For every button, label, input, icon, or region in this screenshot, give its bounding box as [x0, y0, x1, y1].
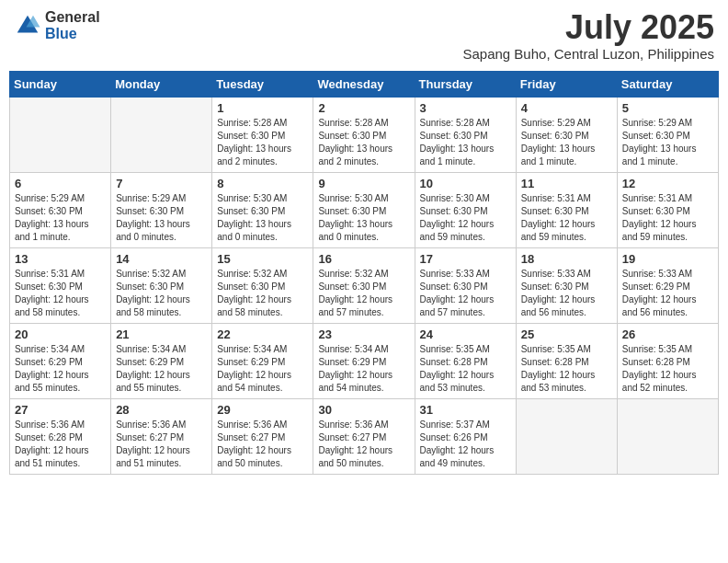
calendar-cell: 9Sunrise: 5:30 AMSunset: 6:30 PMDaylight…	[313, 172, 415, 247]
day-info: Sunrise: 5:36 AMSunset: 6:28 PMDaylight:…	[15, 419, 106, 470]
day-info: Sunrise: 5:30 AMSunset: 6:30 PMDaylight:…	[420, 192, 511, 244]
calendar-cell: 21Sunrise: 5:34 AMSunset: 6:29 PMDayligh…	[111, 323, 212, 398]
day-number: 29	[217, 403, 308, 417]
day-number: 21	[116, 327, 207, 341]
calendar-week-row: 27Sunrise: 5:36 AMSunset: 6:28 PMDayligh…	[10, 398, 719, 474]
weekday-header: Sunday	[10, 71, 111, 97]
day-info: Sunrise: 5:37 AMSunset: 6:26 PMDaylight:…	[420, 419, 511, 470]
calendar-cell: 20Sunrise: 5:34 AMSunset: 6:29 PMDayligh…	[10, 323, 111, 398]
calendar-cell: 14Sunrise: 5:32 AMSunset: 6:30 PMDayligh…	[111, 247, 212, 323]
day-number: 26	[622, 327, 713, 341]
day-info: Sunrise: 5:34 AMSunset: 6:29 PMDaylight:…	[15, 343, 106, 395]
day-info: Sunrise: 5:32 AMSunset: 6:30 PMDaylight:…	[318, 268, 409, 319]
day-number: 11	[521, 177, 612, 190]
day-number: 5	[622, 101, 713, 115]
calendar-cell	[617, 398, 718, 474]
day-info: Sunrise: 5:34 AMSunset: 6:29 PMDaylight:…	[116, 343, 207, 395]
calendar-cell: 6Sunrise: 5:29 AMSunset: 6:30 PMDaylight…	[10, 172, 111, 247]
calendar-cell: 5Sunrise: 5:29 AMSunset: 6:30 PMDaylight…	[617, 97, 718, 172]
calendar-cell: 31Sunrise: 5:37 AMSunset: 6:26 PMDayligh…	[415, 398, 516, 474]
calendar-cell: 28Sunrise: 5:36 AMSunset: 6:27 PMDayligh…	[111, 398, 212, 474]
day-number: 4	[521, 101, 612, 115]
calendar-cell: 11Sunrise: 5:31 AMSunset: 6:30 PMDayligh…	[516, 172, 617, 247]
day-number: 22	[217, 327, 308, 341]
day-number: 12	[622, 177, 713, 190]
day-info: Sunrise: 5:35 AMSunset: 6:28 PMDaylight:…	[420, 343, 511, 395]
calendar-cell: 22Sunrise: 5:34 AMSunset: 6:29 PMDayligh…	[212, 323, 313, 398]
day-number: 10	[420, 177, 511, 190]
logo-icon	[14, 12, 41, 40]
day-number: 18	[521, 252, 612, 266]
day-number: 6	[15, 177, 106, 190]
day-number: 8	[217, 177, 308, 190]
day-info: Sunrise: 5:29 AMSunset: 6:30 PMDaylight:…	[521, 117, 612, 168]
day-number: 15	[217, 252, 308, 266]
page-header: General Blue July 2025 Sapang Buho, Cent…	[9, 9, 719, 62]
day-number: 23	[318, 327, 409, 341]
day-info: Sunrise: 5:28 AMSunset: 6:30 PMDaylight:…	[217, 117, 308, 168]
calendar-cell: 15Sunrise: 5:32 AMSunset: 6:30 PMDayligh…	[212, 247, 313, 323]
day-number: 9	[318, 177, 409, 190]
day-info: Sunrise: 5:31 AMSunset: 6:30 PMDaylight:…	[622, 192, 713, 244]
calendar-header-row: SundayMondayTuesdayWednesdayThursdayFrid…	[10, 71, 719, 97]
day-info: Sunrise: 5:34 AMSunset: 6:29 PMDaylight:…	[217, 343, 308, 395]
day-info: Sunrise: 5:29 AMSunset: 6:30 PMDaylight:…	[116, 192, 207, 244]
day-info: Sunrise: 5:33 AMSunset: 6:29 PMDaylight:…	[622, 268, 713, 319]
day-number: 1	[217, 101, 308, 115]
calendar-cell: 13Sunrise: 5:31 AMSunset: 6:30 PMDayligh…	[10, 247, 111, 323]
calendar-cell: 17Sunrise: 5:33 AMSunset: 6:30 PMDayligh…	[415, 247, 516, 323]
day-info: Sunrise: 5:36 AMSunset: 6:27 PMDaylight:…	[116, 419, 207, 470]
day-number: 16	[318, 252, 409, 266]
location-title: Sapang Buho, Central Luzon, Philippines	[462, 46, 714, 62]
calendar-cell: 27Sunrise: 5:36 AMSunset: 6:28 PMDayligh…	[10, 398, 111, 474]
calendar-cell	[10, 97, 111, 172]
day-number: 28	[116, 403, 207, 417]
day-number: 3	[420, 101, 511, 115]
day-info: Sunrise: 5:36 AMSunset: 6:27 PMDaylight:…	[217, 419, 308, 470]
calendar-cell: 4Sunrise: 5:29 AMSunset: 6:30 PMDaylight…	[516, 97, 617, 172]
day-info: Sunrise: 5:31 AMSunset: 6:30 PMDaylight:…	[521, 192, 612, 244]
day-info: Sunrise: 5:35 AMSunset: 6:28 PMDaylight:…	[622, 343, 713, 395]
day-number: 19	[622, 252, 713, 266]
day-info: Sunrise: 5:32 AMSunset: 6:30 PMDaylight:…	[217, 268, 308, 319]
calendar-cell: 29Sunrise: 5:36 AMSunset: 6:27 PMDayligh…	[212, 398, 313, 474]
day-number: 27	[15, 403, 106, 417]
weekday-header: Friday	[516, 71, 617, 97]
calendar-cell: 12Sunrise: 5:31 AMSunset: 6:30 PMDayligh…	[617, 172, 718, 247]
day-info: Sunrise: 5:28 AMSunset: 6:30 PMDaylight:…	[420, 117, 511, 168]
calendar-cell: 7Sunrise: 5:29 AMSunset: 6:30 PMDaylight…	[111, 172, 212, 247]
calendar-cell: 24Sunrise: 5:35 AMSunset: 6:28 PMDayligh…	[415, 323, 516, 398]
day-info: Sunrise: 5:31 AMSunset: 6:30 PMDaylight:…	[15, 268, 106, 319]
title-block: July 2025 Sapang Buho, Central Luzon, Ph…	[462, 9, 714, 62]
calendar-week-row: 1Sunrise: 5:28 AMSunset: 6:30 PMDaylight…	[10, 97, 719, 172]
day-info: Sunrise: 5:28 AMSunset: 6:30 PMDaylight:…	[318, 117, 409, 168]
day-number: 7	[116, 177, 207, 190]
calendar-table: SundayMondayTuesdayWednesdayThursdayFrid…	[9, 71, 719, 475]
calendar-cell: 25Sunrise: 5:35 AMSunset: 6:28 PMDayligh…	[516, 323, 617, 398]
day-number: 20	[15, 327, 106, 341]
calendar-cell: 23Sunrise: 5:34 AMSunset: 6:29 PMDayligh…	[313, 323, 415, 398]
calendar-cell: 19Sunrise: 5:33 AMSunset: 6:29 PMDayligh…	[617, 247, 718, 323]
day-number: 14	[116, 252, 207, 266]
day-info: Sunrise: 5:34 AMSunset: 6:29 PMDaylight:…	[318, 343, 409, 395]
calendar-cell: 2Sunrise: 5:28 AMSunset: 6:30 PMDaylight…	[313, 97, 415, 172]
day-number: 24	[420, 327, 511, 341]
calendar-cell: 3Sunrise: 5:28 AMSunset: 6:30 PMDaylight…	[415, 97, 516, 172]
logo: General Blue	[14, 9, 100, 41]
day-info: Sunrise: 5:30 AMSunset: 6:30 PMDaylight:…	[217, 192, 308, 244]
day-info: Sunrise: 5:35 AMSunset: 6:28 PMDaylight:…	[521, 343, 612, 395]
day-info: Sunrise: 5:30 AMSunset: 6:30 PMDaylight:…	[318, 192, 409, 244]
calendar-cell: 8Sunrise: 5:30 AMSunset: 6:30 PMDaylight…	[212, 172, 313, 247]
day-number: 25	[521, 327, 612, 341]
day-number: 2	[318, 101, 409, 115]
month-title: July 2025	[462, 9, 714, 46]
day-info: Sunrise: 5:36 AMSunset: 6:27 PMDaylight:…	[318, 419, 409, 470]
day-info: Sunrise: 5:29 AMSunset: 6:30 PMDaylight:…	[15, 192, 106, 244]
day-info: Sunrise: 5:33 AMSunset: 6:30 PMDaylight:…	[521, 268, 612, 319]
logo-general-text: General	[45, 9, 100, 26]
day-info: Sunrise: 5:33 AMSunset: 6:30 PMDaylight:…	[420, 268, 511, 319]
calendar-cell: 26Sunrise: 5:35 AMSunset: 6:28 PMDayligh…	[617, 323, 718, 398]
calendar-cell	[111, 97, 212, 172]
weekday-header: Thursday	[415, 71, 516, 97]
day-number: 30	[318, 403, 409, 417]
